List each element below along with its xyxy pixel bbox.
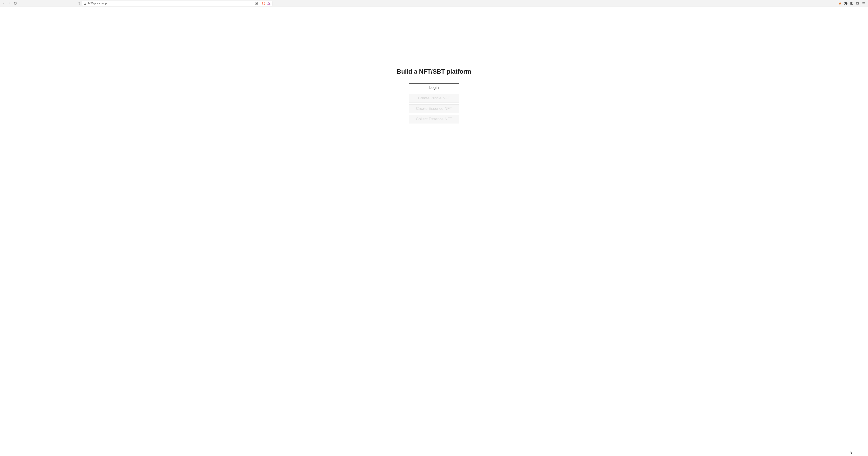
metamask-extension-icon[interactable] xyxy=(838,2,842,5)
install-app-icon[interactable] xyxy=(255,2,258,5)
browser-toolbar: 9s56gs.csb.app xyxy=(0,0,868,7)
extensions-area xyxy=(838,2,866,5)
brave-rewards-icon[interactable] xyxy=(267,2,271,5)
page-content: Build a NFT/SBT platform Login Create Pr… xyxy=(0,7,868,456)
url-text: 9s56gs.csb.app xyxy=(88,2,107,5)
svg-rect-2 xyxy=(850,2,853,4)
address-bar-right xyxy=(255,2,271,5)
reload-button[interactable] xyxy=(14,2,17,5)
page-title: Build a NFT/SBT platform xyxy=(397,68,471,75)
address-bar-container: 9s56gs.csb.app xyxy=(77,1,273,6)
create-essence-nft-button: Create Essence NFT xyxy=(409,104,459,113)
main-menu-icon[interactable] xyxy=(862,2,865,5)
wallet-icon[interactable] xyxy=(856,2,859,5)
sidebar-toggle-icon[interactable] xyxy=(850,2,854,5)
separator xyxy=(260,2,260,5)
button-stack: Login Create Profile NFT Create Essence … xyxy=(409,84,459,124)
extensions-menu-icon[interactable] xyxy=(844,2,847,5)
login-button[interactable]: Login xyxy=(409,84,459,92)
forward-button[interactable] xyxy=(8,2,11,5)
address-bar[interactable]: 9s56gs.csb.app xyxy=(82,1,273,6)
create-profile-nft-button: Create Profile NFT xyxy=(409,94,459,102)
nav-controls xyxy=(2,2,19,5)
lock-icon xyxy=(84,2,86,4)
brave-shields-icon[interactable] xyxy=(262,2,266,5)
collect-essence-nft-button: Collect Essence NFT xyxy=(409,115,459,124)
back-button[interactable] xyxy=(2,2,5,5)
svg-rect-0 xyxy=(84,4,86,5)
bookmark-icon[interactable] xyxy=(77,2,81,5)
